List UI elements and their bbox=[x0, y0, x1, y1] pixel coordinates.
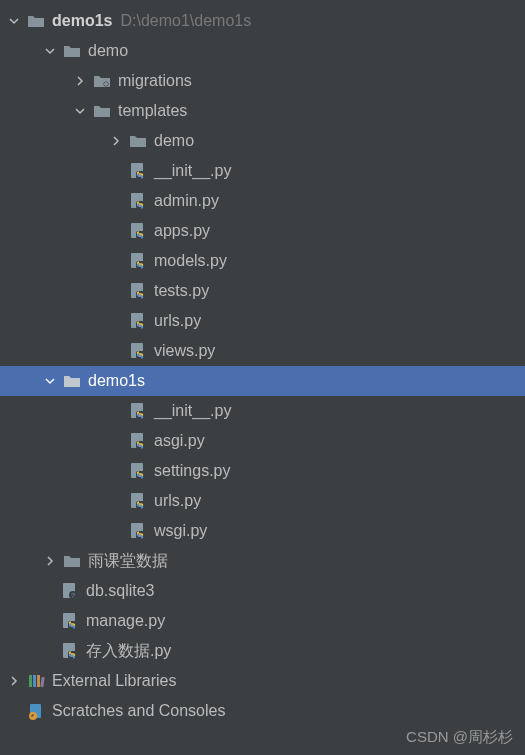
folder-icon bbox=[128, 131, 148, 151]
python-file-icon bbox=[128, 431, 148, 451]
tree-item-file[interactable]: views.py bbox=[0, 336, 525, 366]
file-label: manage.py bbox=[86, 612, 165, 630]
scratches-label: Scratches and Consoles bbox=[52, 702, 225, 720]
tree-item-templates-demo[interactable]: demo bbox=[0, 126, 525, 156]
python-file-icon bbox=[128, 281, 148, 301]
file-label: db.sqlite3 bbox=[86, 582, 155, 600]
file-label: __init__.py bbox=[154, 162, 231, 180]
tree-item-templates[interactable]: templates bbox=[0, 96, 525, 126]
folder-icon bbox=[26, 11, 46, 31]
chevron-down-icon[interactable] bbox=[42, 43, 58, 59]
root-label: demo1s bbox=[52, 12, 112, 30]
library-icon bbox=[26, 671, 46, 691]
svg-text:?: ? bbox=[71, 592, 75, 599]
tree-item-demo1s[interactable]: demo1s bbox=[0, 366, 525, 396]
python-file-icon bbox=[128, 161, 148, 181]
tree-item-file[interactable]: admin.py bbox=[0, 186, 525, 216]
tree-item-file[interactable]: tests.py bbox=[0, 276, 525, 306]
python-file-icon bbox=[128, 521, 148, 541]
tree-item-file[interactable]: urls.py bbox=[0, 306, 525, 336]
file-label: apps.py bbox=[154, 222, 210, 240]
file-label: __init__.py bbox=[154, 402, 231, 420]
chevron-down-icon[interactable] bbox=[42, 373, 58, 389]
tree-item-file[interactable]: ? db.sqlite3 bbox=[0, 576, 525, 606]
svg-rect-35 bbox=[37, 675, 40, 687]
folder-label: demo1s bbox=[88, 372, 145, 390]
tree-item-file[interactable]: __init__.py bbox=[0, 156, 525, 186]
tree-item-file[interactable]: __init__.py bbox=[0, 396, 525, 426]
tree-item-scratches[interactable]: Scratches and Consoles bbox=[0, 696, 525, 726]
chevron-right-icon[interactable] bbox=[72, 73, 88, 89]
python-file-icon bbox=[128, 311, 148, 331]
chevron-right-icon[interactable] bbox=[6, 673, 22, 689]
tree-item-file[interactable]: 存入数据.py bbox=[0, 636, 525, 666]
tree-item-external-libraries[interactable]: External Libraries bbox=[0, 666, 525, 696]
folder-icon bbox=[62, 41, 82, 61]
python-file-icon bbox=[128, 221, 148, 241]
folder-icon bbox=[92, 71, 112, 91]
tree-item-file[interactable]: models.py bbox=[0, 246, 525, 276]
tree-item-file[interactable]: asgi.py bbox=[0, 426, 525, 456]
folder-label: demo bbox=[154, 132, 194, 150]
tree-item-file[interactable]: apps.py bbox=[0, 216, 525, 246]
folder-label: templates bbox=[118, 102, 187, 120]
file-label: 存入数据.py bbox=[86, 641, 171, 662]
file-label: asgi.py bbox=[154, 432, 205, 450]
svg-rect-36 bbox=[40, 677, 44, 687]
scratches-icon bbox=[26, 701, 46, 721]
folder-icon bbox=[92, 101, 112, 121]
file-label: tests.py bbox=[154, 282, 209, 300]
svg-rect-33 bbox=[29, 675, 32, 687]
project-tree: demo1s D:\demo1\demo1s demo migrations t… bbox=[0, 0, 525, 726]
file-label: models.py bbox=[154, 252, 227, 270]
python-file-icon bbox=[128, 191, 148, 211]
file-label: settings.py bbox=[154, 462, 230, 480]
file-label: admin.py bbox=[154, 192, 219, 210]
python-file-icon bbox=[128, 461, 148, 481]
chevron-right-icon[interactable] bbox=[42, 553, 58, 569]
file-icon: ? bbox=[60, 581, 80, 601]
folder-icon bbox=[62, 551, 82, 571]
root-path: D:\demo1\demo1s bbox=[120, 12, 251, 30]
chevron-down-icon[interactable] bbox=[6, 13, 22, 29]
file-label: urls.py bbox=[154, 312, 201, 330]
tree-item-root[interactable]: demo1s D:\demo1\demo1s bbox=[0, 6, 525, 36]
python-file-icon bbox=[60, 611, 80, 631]
svg-point-1 bbox=[104, 82, 108, 86]
tree-item-file[interactable]: manage.py bbox=[0, 606, 525, 636]
file-label: urls.py bbox=[154, 492, 201, 510]
folder-label: 雨课堂数据 bbox=[88, 551, 168, 572]
tree-item-demo[interactable]: demo bbox=[0, 36, 525, 66]
python-file-icon bbox=[60, 641, 80, 661]
python-file-icon bbox=[128, 401, 148, 421]
folder-label: migrations bbox=[118, 72, 192, 90]
tree-item-file[interactable]: wsgi.py bbox=[0, 516, 525, 546]
chevron-right-icon[interactable] bbox=[108, 133, 124, 149]
svg-rect-34 bbox=[33, 675, 36, 687]
folder-label: demo bbox=[88, 42, 128, 60]
chevron-down-icon[interactable] bbox=[72, 103, 88, 119]
tree-item-file[interactable]: settings.py bbox=[0, 456, 525, 486]
python-file-icon bbox=[128, 491, 148, 511]
file-label: views.py bbox=[154, 342, 215, 360]
tree-item-migrations[interactable]: migrations bbox=[0, 66, 525, 96]
python-file-icon bbox=[128, 341, 148, 361]
watermark: CSDN @周杉杉 bbox=[406, 728, 513, 747]
folder-icon bbox=[62, 371, 82, 391]
tree-item-file[interactable]: urls.py bbox=[0, 486, 525, 516]
file-label: wsgi.py bbox=[154, 522, 207, 540]
python-file-icon bbox=[128, 251, 148, 271]
external-libraries-label: External Libraries bbox=[52, 672, 177, 690]
tree-item-yuketang[interactable]: 雨课堂数据 bbox=[0, 546, 525, 576]
